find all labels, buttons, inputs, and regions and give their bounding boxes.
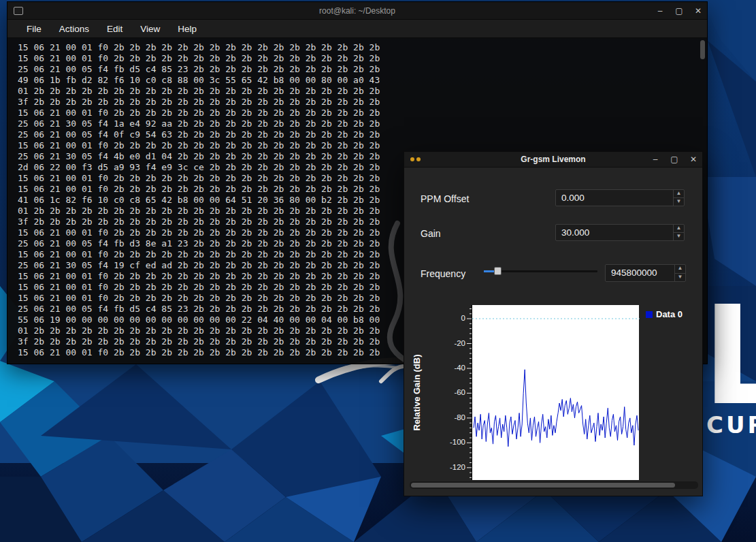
- spin-down-icon[interactable]: ▼: [675, 274, 685, 282]
- livemon-titlebar[interactable]: Gr-gsm Livemon – ▢ ✕: [404, 152, 702, 168]
- spin-down-icon[interactable]: ▼: [674, 233, 684, 240]
- ppm-offset-spinbox[interactable]: 0.000 ▲ ▼: [555, 189, 685, 206]
- desktop: LI CURI root@kali: ~/Desktop – ▢ ✕ File …: [0, 0, 756, 542]
- menu-edit[interactable]: Edit: [100, 22, 129, 36]
- y-tick-label: -40: [445, 364, 465, 372]
- terminal-line: 15 06 21 00 01 f0 2b 2b 2b 2b 2b 2b 2b 2…: [18, 140, 707, 151]
- y-axis-ticks: 0-20-40-60-80-100-120: [445, 305, 465, 480]
- maximize-icon[interactable]: ▢: [674, 6, 684, 16]
- y-tick-label: -80: [445, 413, 465, 421]
- terminal-line: 25 06 21 30 05 f4 1a e4 92 aa 2b 2b 2b 2…: [18, 118, 707, 129]
- livemon-scrollbar-handle[interactable]: [411, 483, 675, 488]
- y-tick-label: -120: [445, 463, 465, 471]
- frequency-value[interactable]: 945800000: [606, 265, 674, 281]
- gain-value[interactable]: 30.000: [556, 225, 673, 240]
- terminal-line: 15 06 21 00 01 f0 2b 2b 2b 2b 2b 2b 2b 2…: [18, 53, 707, 64]
- y-tick-label: -20: [445, 339, 465, 347]
- close-icon[interactable]: ✕: [693, 6, 703, 16]
- y-tick-label: -100: [445, 438, 465, 446]
- terminal-title: root@kali: ~/Desktop: [7, 6, 707, 16]
- y-tick-label: -60: [445, 388, 465, 396]
- minimize-icon[interactable]: –: [655, 6, 665, 16]
- spin-up-icon[interactable]: ▲: [675, 265, 685, 274]
- close-icon[interactable]: ✕: [689, 155, 698, 164]
- terminal-menubar: File Actions Edit View Help: [7, 20, 707, 38]
- spin-up-icon[interactable]: ▲: [674, 225, 684, 233]
- terminal-titlebar[interactable]: root@kali: ~/Desktop – ▢ ✕: [7, 2, 707, 20]
- minimize-icon[interactable]: –: [651, 155, 660, 164]
- menu-file[interactable]: File: [20, 22, 48, 36]
- menu-help[interactable]: Help: [171, 22, 203, 36]
- livemon-window: Gr-gsm Livemon – ▢ ✕ PPM Offset 0.000 ▲ …: [404, 151, 703, 496]
- plot-svg: [472, 305, 640, 480]
- terminal-line: 3f 2b 2b 2b 2b 2b 2b 2b 2b 2b 2b 2b 2b 2…: [18, 97, 707, 108]
- terminal-line: 15 06 21 00 01 f0 2b 2b 2b 2b 2b 2b 2b 2…: [18, 42, 707, 53]
- y-tick-label: 0: [445, 314, 465, 322]
- livemon-scrollbar[interactable]: [410, 481, 698, 489]
- terminal-line: 25 06 21 00 05 f4 0f c9 54 63 2b 2b 2b 2…: [18, 129, 707, 140]
- spin-up-icon[interactable]: ▲: [674, 190, 684, 198]
- frequency-label: Frequency: [421, 268, 465, 279]
- gain-label: Gain: [421, 228, 441, 239]
- terminal-line: 01 2b 2b 2b 2b 2b 2b 2b 2b 2b 2b 2b 2b 2…: [18, 86, 707, 97]
- frequency-slider-handle[interactable]: [494, 267, 502, 275]
- wallpaper-security-text: CURI: [706, 411, 756, 439]
- spin-down-icon[interactable]: ▼: [674, 198, 684, 206]
- menu-actions[interactable]: Actions: [52, 22, 96, 36]
- ppm-offset-value[interactable]: 0.000: [556, 190, 673, 206]
- terminal-line: 15 06 21 00 01 f0 2b 2b 2b 2b 2b 2b 2b 2…: [18, 108, 707, 118]
- terminal-line: 25 06 21 00 05 f4 fb d5 c4 85 23 2b 2b 2…: [18, 64, 707, 75]
- spectrum-plot: [472, 305, 639, 480]
- frequency-slider[interactable]: [484, 265, 597, 277]
- legend-label: Data 0: [656, 309, 683, 319]
- legend-swatch: [646, 311, 653, 318]
- maximize-icon[interactable]: ▢: [670, 155, 679, 164]
- y-axis-tickmarks: [467, 305, 472, 480]
- y-axis-label: Relative Gain (dB): [412, 338, 422, 447]
- terminal-icon: [14, 7, 23, 15]
- gain-spinbox[interactable]: 30.000 ▲ ▼: [555, 224, 685, 241]
- terminal-line: 49 06 1b fb d2 82 f6 10 c0 c8 88 00 3c 5…: [18, 75, 707, 86]
- frequency-spinbox[interactable]: 945800000 ▲ ▼: [605, 264, 686, 282]
- plot-legend: Data 0: [646, 309, 683, 319]
- menu-view[interactable]: View: [133, 22, 167, 36]
- window-icon: [410, 157, 421, 161]
- ppm-offset-label: PPM Offset: [421, 193, 469, 204]
- terminal-scrollbar-handle[interactable]: [700, 40, 705, 59]
